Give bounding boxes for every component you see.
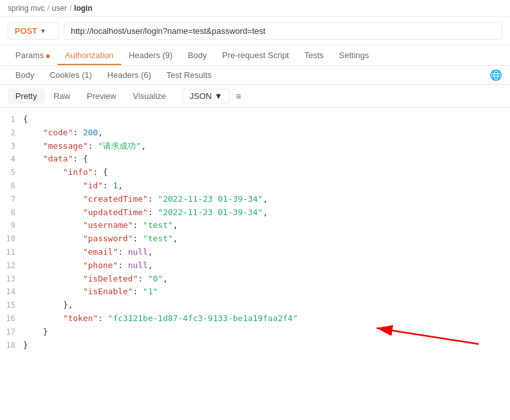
code-line-4: 4 "data": { <box>0 153 510 166</box>
breadcrumb-item-login: login <box>74 4 93 13</box>
view-tab-visualize[interactable]: Visualize <box>125 89 174 103</box>
code-line-9: 9 "username": "test", <box>0 219 510 232</box>
response-tabs: Body Cookies (1) Headers (6) Test Result… <box>0 66 510 85</box>
tab-response-headers[interactable]: Headers (6) <box>100 66 159 84</box>
request-tabs: Params Authorization Headers (9) Body Pr… <box>0 45 510 66</box>
tab-headers[interactable]: Headers (9) <box>121 45 181 65</box>
view-tab-preview[interactable]: Preview <box>79 89 124 103</box>
tab-tests[interactable]: Tests <box>297 45 331 65</box>
tab-params[interactable]: Params <box>8 45 57 65</box>
breadcrumb-sep-1: / <box>47 4 49 13</box>
code-line-6: 6 "id": 1, <box>0 179 510 193</box>
code-line-17: 17 } <box>0 326 510 339</box>
code-line-12: 12 "phone": null, <box>0 259 510 273</box>
code-line-7: 7 "createdTime": "2022-11-23 01-39-34", <box>0 193 510 206</box>
breadcrumb-sep-2: / <box>70 4 71 13</box>
tab-response-body[interactable]: Body <box>8 66 42 84</box>
tab-pre-request-script[interactable]: Pre-request Script <box>214 45 297 65</box>
view-tab-pretty[interactable]: Pretty <box>8 89 45 103</box>
code-line-1: 1 { <box>0 113 510 126</box>
code-line-18: 18 } <box>0 339 510 352</box>
code-line-8: 8 "updatedTime": "2022-11-23 01-39-34", <box>0 206 510 220</box>
request-bar: POST ▼ <box>0 17 510 45</box>
code-line-15: 15 }, <box>0 299 510 312</box>
globe-icon[interactable]: 🌐 <box>490 69 502 81</box>
code-container: 1 { 2 "code": 200, 3 "message": "请求成功", … <box>0 108 510 400</box>
method-label: POST <box>15 26 37 36</box>
code-line-3: 3 "message": "请求成功", <box>0 140 510 153</box>
url-input[interactable] <box>64 22 502 40</box>
code-line-16: 16 "token": "fc3121be-1d87-4fc3-9133-be1… <box>0 312 510 326</box>
code-line-2: 2 "code": 200, <box>0 126 510 140</box>
tab-authorization[interactable]: Authorization <box>57 45 121 65</box>
format-select[interactable]: JSON ▼ <box>183 89 230 103</box>
code-line-11: 11 "email": null, <box>0 246 510 259</box>
tab-cookies[interactable]: Cookies (1) <box>42 66 100 84</box>
method-select[interactable]: POST ▼ <box>8 22 59 40</box>
format-chevron-icon: ▼ <box>214 91 223 101</box>
params-dot <box>46 54 50 58</box>
view-tab-raw[interactable]: Raw <box>46 89 78 103</box>
format-label: JSON <box>190 91 212 101</box>
code-line-5: 5 "info": { <box>0 166 510 179</box>
filter-icon[interactable]: ≡ <box>236 91 241 101</box>
tab-test-results[interactable]: Test Results <box>159 66 220 84</box>
code-line-14: 14 "isEnable": "1" <box>0 285 510 299</box>
tab-body[interactable]: Body <box>180 45 214 65</box>
json-output: 1 { 2 "code": 200, 3 "message": "请求成功", … <box>0 108 510 400</box>
breadcrumb-item-user[interactable]: user <box>52 4 66 13</box>
tab-settings[interactable]: Settings <box>331 45 377 65</box>
breadcrumb: spring mvc / user / login <box>0 0 510 17</box>
view-tabs: Pretty Raw Preview Visualize JSON ▼ ≡ <box>0 85 510 108</box>
code-line-10: 10 "password": "test", <box>0 232 510 246</box>
code-line-13: 13 "isDeleted": "0", <box>0 273 510 286</box>
breadcrumb-item-spring[interactable]: spring mvc <box>8 4 45 13</box>
chevron-down-icon: ▼ <box>40 27 46 34</box>
